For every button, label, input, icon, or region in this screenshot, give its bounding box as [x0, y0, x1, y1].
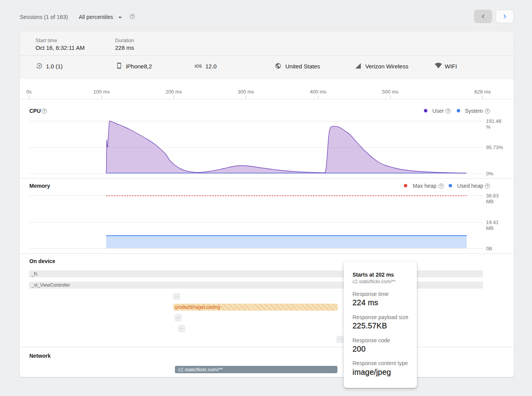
svg-text:v: v [38, 64, 40, 68]
